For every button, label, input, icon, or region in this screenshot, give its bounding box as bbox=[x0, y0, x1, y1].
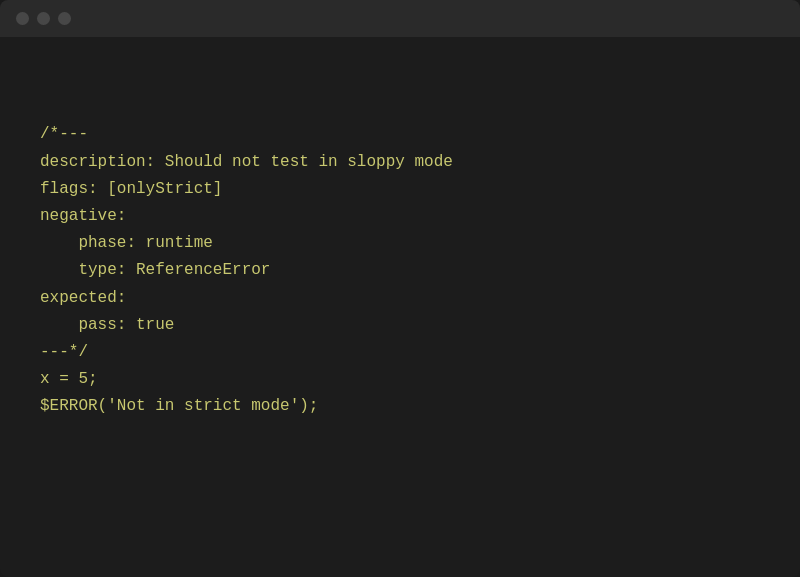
code-line-8: ---*/ bbox=[40, 339, 760, 366]
code-line-0: /*--- bbox=[40, 121, 760, 148]
code-line-3: negative: bbox=[40, 203, 760, 230]
code-line-10: x = 5; bbox=[40, 366, 760, 393]
code-line-4: phase: runtime bbox=[40, 230, 760, 257]
maximize-button-icon[interactable] bbox=[58, 12, 71, 25]
code-line-1: description: Should not test in sloppy m… bbox=[40, 149, 760, 176]
code-line-5: type: ReferenceError bbox=[40, 257, 760, 284]
code-line-2: flags: [onlyStrict] bbox=[40, 176, 760, 203]
title-bar bbox=[0, 0, 800, 37]
close-button-icon[interactable] bbox=[16, 12, 29, 25]
code-line-11: $ERROR('Not in strict mode'); bbox=[40, 393, 760, 420]
code-content: /*---description: Should not test in slo… bbox=[0, 37, 800, 577]
code-line-6: expected: bbox=[40, 285, 760, 312]
minimize-button-icon[interactable] bbox=[37, 12, 50, 25]
code-line-7: pass: true bbox=[40, 312, 760, 339]
editor-window: /*---description: Should not test in slo… bbox=[0, 0, 800, 577]
